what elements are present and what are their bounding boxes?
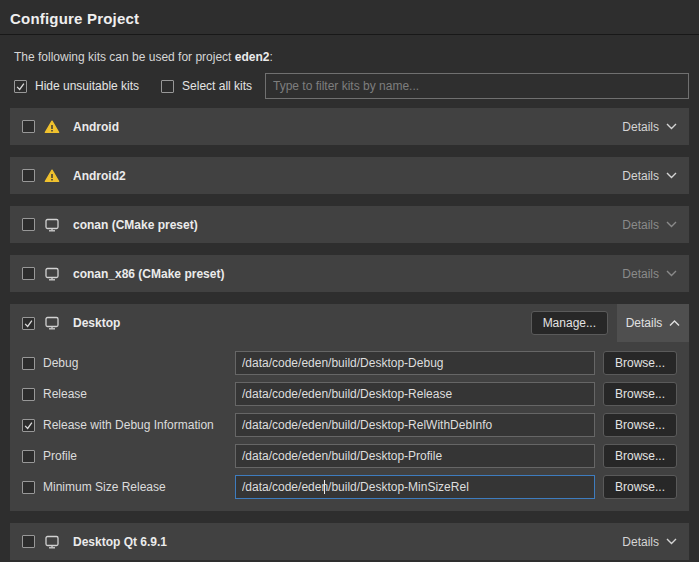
details-button-android[interactable]: Details: [622, 120, 677, 134]
kit-checkbox-conan-x86[interactable]: [22, 267, 35, 280]
browse-button-relwithdebinfo[interactable]: Browse...: [603, 413, 677, 437]
warning-icon: [44, 168, 60, 184]
kit-name: Desktop Qt 6.9.1: [73, 535, 167, 549]
text-cursor: [324, 480, 325, 494]
desktop-monitor-icon: [44, 534, 60, 550]
check-icon: [15, 81, 26, 92]
config-row-relwithdebinfo: Release with Debug Information Browse...: [22, 413, 677, 437]
config-label: Minimum Size Release: [43, 480, 166, 494]
browse-button-debug[interactable]: Browse...: [603, 351, 677, 375]
config-row-debug: Debug Browse...: [22, 351, 677, 375]
config-row-release: Release Browse...: [22, 382, 677, 406]
config-label: Release: [43, 387, 87, 401]
desktop-monitor-icon: [44, 315, 60, 331]
config-row-profile: Profile Browse...: [22, 444, 677, 468]
details-button-conan-x86[interactable]: Details: [622, 267, 677, 281]
select-all-kits-checkbox[interactable]: [161, 80, 174, 93]
chevron-down-icon: [666, 538, 677, 545]
config-checkbox-debug[interactable]: [22, 357, 35, 370]
kit-name: Android2: [73, 169, 126, 183]
kit-checkbox-android[interactable]: [22, 120, 35, 133]
browse-button-release[interactable]: Browse...: [603, 382, 677, 406]
details-button-conan[interactable]: Details: [622, 218, 677, 232]
kit-name: Android: [73, 120, 119, 134]
kit-panel-desktop: Desktop Manage... Details Debug: [10, 304, 689, 511]
title-separator: [0, 34, 699, 35]
details-label: Details: [622, 120, 659, 134]
configure-project-page: Configure Project The following kits can…: [0, 0, 699, 562]
kit-name: Desktop: [73, 316, 120, 330]
chevron-down-icon: [666, 270, 677, 277]
kit-row-android2: Android2 Details: [10, 157, 689, 194]
build-dir-input-minsizerel[interactable]: [235, 475, 595, 499]
warning-icon: [44, 119, 60, 135]
kit-list: Android Details Android2 Details: [10, 108, 689, 562]
config-label: Release with Debug Information: [43, 418, 214, 432]
page-title: Configure Project: [0, 0, 699, 27]
details-button-desktop-qt[interactable]: Details: [622, 535, 677, 549]
browse-button-minsizerel[interactable]: Browse...: [603, 475, 677, 499]
build-dir-input-debug[interactable]: [235, 351, 595, 375]
intro-text: The following kits can be used for proje…: [14, 50, 689, 64]
details-label: Details: [622, 535, 659, 549]
select-all-kits-label: Select all kits: [182, 79, 252, 93]
hide-unsuitable-kits-checkbox-group[interactable]: Hide unsuitable kits: [14, 79, 139, 93]
details-button-desktop[interactable]: Details: [617, 304, 689, 342]
config-checkbox-minsizerel[interactable]: [22, 481, 35, 494]
kit-checkbox-conan[interactable]: [22, 218, 35, 231]
kit-row-desktop-qt: Desktop Qt 6.9.1 Details: [10, 523, 689, 560]
config-row-minsizerel: Minimum Size Release Browse...: [22, 475, 677, 499]
desktop-monitor-icon: [44, 266, 60, 282]
config-label: Profile: [43, 449, 77, 463]
kit-filter-controls: Hide unsuitable kits Select all kits: [14, 73, 689, 99]
chevron-down-icon: [666, 172, 677, 179]
build-config-list: Debug Browse... Release: [10, 342, 689, 511]
browse-button-profile[interactable]: Browse...: [603, 444, 677, 468]
config-label: Debug: [43, 356, 78, 370]
build-dir-input-profile[interactable]: [235, 444, 595, 468]
chevron-down-icon: [666, 123, 677, 130]
kit-filter-input[interactable]: [265, 73, 689, 99]
chevron-down-icon: [666, 221, 677, 228]
manage-kits-button[interactable]: Manage...: [531, 311, 608, 335]
build-dir-input-relwithdebinfo[interactable]: [235, 413, 595, 437]
kit-row-conan-x86: conan_x86 (CMake preset) Details: [10, 255, 689, 292]
kit-row-desktop: Desktop Manage... Details: [10, 304, 689, 342]
kit-name: conan (CMake preset): [73, 218, 198, 232]
intro-suffix: :: [269, 50, 272, 64]
hide-unsuitable-kits-checkbox[interactable]: [14, 80, 27, 93]
kit-row-android: Android Details: [10, 108, 689, 145]
kit-checkbox-android2[interactable]: [22, 169, 35, 182]
desktop-monitor-icon: [44, 217, 60, 233]
build-dir-input-release[interactable]: [235, 382, 595, 406]
details-label: Details: [626, 316, 663, 330]
config-checkbox-relwithdebinfo[interactable]: [22, 419, 35, 432]
project-name: eden2: [235, 50, 270, 64]
check-icon: [23, 420, 34, 431]
config-checkbox-release[interactable]: [22, 388, 35, 401]
kit-name: conan_x86 (CMake preset): [73, 267, 224, 281]
hide-unsuitable-kits-label: Hide unsuitable kits: [35, 79, 139, 93]
kit-checkbox-desktop[interactable]: [22, 317, 35, 330]
details-label: Details: [622, 218, 659, 232]
chevron-up-icon: [669, 320, 680, 327]
details-label: Details: [622, 267, 659, 281]
check-icon: [23, 318, 34, 329]
kit-row-conan: conan (CMake preset) Details: [10, 206, 689, 243]
config-checkbox-profile[interactable]: [22, 450, 35, 463]
kit-checkbox-desktop-qt[interactable]: [22, 535, 35, 548]
details-label: Details: [622, 169, 659, 183]
details-button-android2[interactable]: Details: [622, 169, 677, 183]
select-all-kits-checkbox-group[interactable]: Select all kits: [161, 79, 252, 93]
intro-prefix: The following kits can be used for proje…: [14, 50, 235, 64]
